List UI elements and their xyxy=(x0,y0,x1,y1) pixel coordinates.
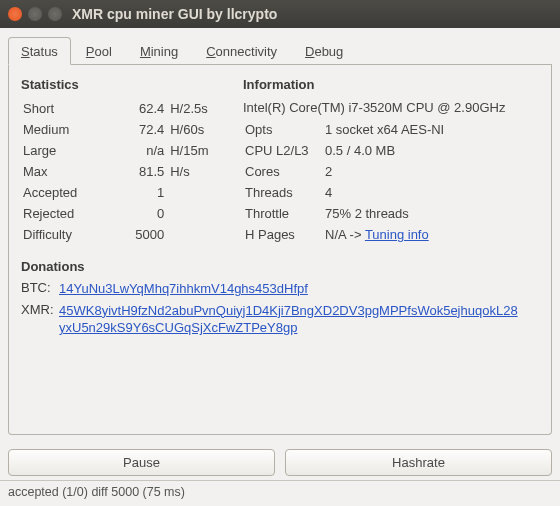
btc-label: BTC: xyxy=(21,280,59,295)
table-row: Accepted1 xyxy=(21,182,231,203)
table-row: Short62.4H/2.5s xyxy=(21,98,231,119)
table-row: Difficulty5000 xyxy=(21,224,231,245)
table-row: Rejected0 xyxy=(21,203,231,224)
table-row: H Pages N/A -> Tuning info xyxy=(243,224,539,245)
table-row: Throttle75% 2 threads xyxy=(243,203,539,224)
status-bar: accepted (1/0) diff 5000 (75 ms) xyxy=(0,480,560,503)
window-maximize-icon[interactable] xyxy=(48,7,62,21)
btc-address-link[interactable]: 14YuNu3LwYqMhq7ihhkmV14ghs453dHfpf xyxy=(59,280,308,298)
tuning-info-link[interactable]: Tuning info xyxy=(365,227,429,242)
statistics-table: Short62.4H/2.5s Medium72.4H/60s Largen/a… xyxy=(21,98,231,245)
cpu-name: Intel(R) Core(TM) i7-3520M CPU @ 2.90GHz xyxy=(243,98,539,119)
table-row: Medium72.4H/60s xyxy=(21,119,231,140)
window-title: XMR cpu miner GUI by llcrypto xyxy=(72,6,277,22)
panel-status: Statistics Short62.4H/2.5s Medium72.4H/6… xyxy=(8,65,552,435)
pause-button[interactable]: Pause xyxy=(8,449,275,476)
xmr-label: XMR: xyxy=(21,302,59,317)
information-heading: Information xyxy=(243,77,539,92)
window-minimize-icon[interactable] xyxy=(28,7,42,21)
table-row: Max81.5H/s xyxy=(21,161,231,182)
table-row: Largen/aH/15m xyxy=(21,140,231,161)
tab-mining[interactable]: Mining xyxy=(127,37,191,65)
tab-pool[interactable]: Pool xyxy=(73,37,125,65)
tab-debug[interactable]: Debug xyxy=(292,37,356,65)
window-close-icon[interactable] xyxy=(8,7,22,21)
donations-heading: Donations xyxy=(21,259,539,274)
table-row: Opts1 socket x64 AES-NI xyxy=(243,119,539,140)
xmr-address-link[interactable]: 45WK8yivtH9fzNd2abuPvnQuiyj1D4Kji7BngXD2… xyxy=(59,302,519,337)
tab-bar: Status Pool Mining Connectivity Debug xyxy=(8,36,552,65)
tab-connectivity[interactable]: Connectivity xyxy=(193,37,290,65)
table-row: Cores2 xyxy=(243,161,539,182)
statistics-heading: Statistics xyxy=(21,77,231,92)
tab-status[interactable]: Status xyxy=(8,37,71,65)
table-row: Threads4 xyxy=(243,182,539,203)
titlebar: XMR cpu miner GUI by llcrypto xyxy=(0,0,560,28)
hashrate-button[interactable]: Hashrate xyxy=(285,449,552,476)
information-table: Opts1 socket x64 AES-NI CPU L2/L30.5 / 4… xyxy=(243,119,539,245)
table-row: CPU L2/L30.5 / 4.0 MB xyxy=(243,140,539,161)
